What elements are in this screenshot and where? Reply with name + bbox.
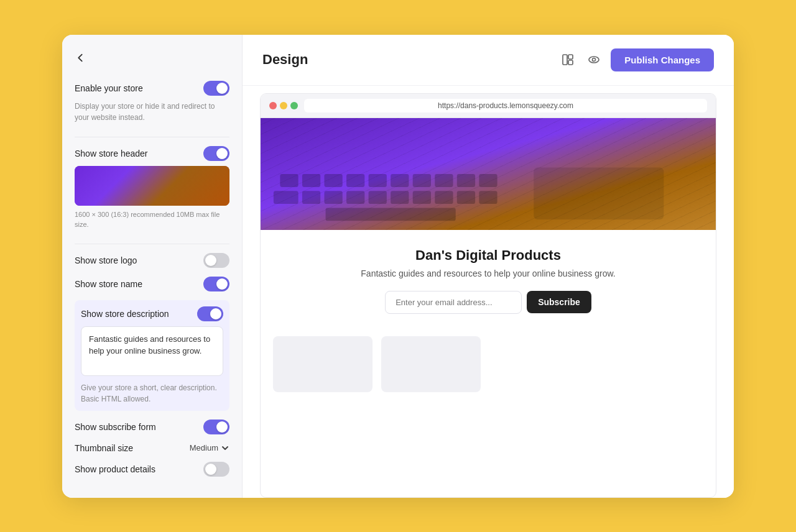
show-name-label: Show store name (75, 279, 142, 289)
divider-1 (75, 137, 229, 137)
browser-frame: https://dans-products.lemonsqueezy.com (260, 93, 716, 498)
svg-rect-2 (568, 60, 573, 65)
svg-rect-11 (391, 174, 409, 187)
show-subscribe-thumb (216, 421, 228, 433)
back-icon (75, 52, 86, 63)
svg-rect-0 (563, 55, 567, 65)
svg-rect-21 (391, 191, 409, 204)
svg-rect-17 (302, 191, 320, 204)
subscribe-input[interactable] (385, 291, 522, 314)
show-product-details-toggle[interactable] (203, 462, 229, 477)
divider-2 (75, 244, 229, 244)
svg-rect-12 (413, 174, 431, 187)
show-logo-track (203, 253, 229, 268)
enable-store-track (203, 81, 229, 96)
show-logo-toggle[interactable] (203, 253, 229, 268)
dot-yellow (280, 102, 287, 109)
product-card-1 (273, 336, 373, 392)
product-card-2 (381, 336, 481, 392)
browser-bar: https://dans-products.lemonsqueezy.com (261, 94, 716, 118)
eye-icon-btn[interactable] (585, 50, 603, 69)
svg-point-4 (593, 58, 596, 62)
show-description-toggle[interactable] (197, 306, 223, 321)
show-product-details-section: Show product details (75, 462, 229, 477)
store-info-section: Dan's Digital Products Fantastic guides … (261, 230, 716, 336)
svg-rect-6 (280, 174, 298, 187)
publish-button[interactable]: Publish Changes (611, 48, 714, 71)
svg-rect-10 (369, 174, 387, 187)
svg-rect-7 (302, 174, 320, 187)
show-product-details-thumb (205, 464, 216, 475)
show-logo-thumb (205, 255, 216, 266)
show-header-toggle[interactable] (203, 146, 229, 161)
svg-rect-15 (479, 174, 497, 187)
header-image-preview[interactable] (75, 166, 229, 206)
show-subscribe-section: Show subscribe form (75, 420, 229, 434)
show-header-row: Show store header (75, 146, 229, 161)
enable-store-toggle[interactable] (203, 81, 229, 96)
show-name-thumb (216, 278, 228, 290)
show-subscribe-row: Show subscribe form (75, 420, 229, 434)
svg-rect-26 (326, 208, 456, 221)
layout-icon-btn[interactable] (558, 50, 577, 69)
thumbnail-size-select[interactable]: Medium (190, 443, 229, 452)
show-logo-label: Show store logo (75, 255, 137, 265)
preview-actions: Publish Changes (558, 48, 714, 71)
eye-icon (587, 53, 601, 66)
description-hint: Give your store a short, clear descripti… (81, 382, 223, 405)
show-subscribe-toggle[interactable] (203, 420, 229, 434)
svg-rect-24 (457, 191, 475, 204)
preview-panel: Design Publish Changes (243, 35, 734, 498)
show-name-section: Show store name (75, 277, 229, 291)
svg-rect-20 (369, 191, 387, 204)
chevron-down-icon (221, 444, 229, 452)
show-description-row: Show store description (81, 306, 223, 321)
description-textarea[interactable]: Fantastic guides and resources to help y… (81, 326, 223, 376)
dot-green (290, 102, 298, 109)
keyboard-svg (261, 118, 716, 230)
enable-store-section: Enable your store Display your store or … (75, 81, 229, 123)
show-name-track (203, 277, 229, 291)
keyboard-overlay (75, 166, 229, 206)
enable-store-row: Enable your store (75, 81, 229, 96)
layout-icon (561, 53, 575, 66)
svg-rect-5 (261, 118, 716, 230)
dot-red (269, 102, 277, 109)
back-button[interactable] (75, 52, 229, 63)
store-preview-content: Dan's Digital Products Fantastic guides … (261, 118, 716, 405)
subscribe-button[interactable]: Subscribe (527, 291, 591, 313)
svg-rect-13 (435, 174, 453, 187)
show-subscribe-label: Show subscribe form (75, 422, 156, 432)
svg-rect-27 (534, 167, 664, 219)
store-desc: Fantastic guides and resources to help y… (273, 268, 703, 278)
store-name: Dan's Digital Products (273, 247, 703, 264)
show-logo-row: Show store logo (75, 253, 229, 268)
show-product-details-track (203, 462, 229, 477)
show-subscribe-track (203, 420, 229, 434)
show-description-thumb (210, 308, 221, 319)
thumbnail-size-label: Thumbnail size (75, 443, 133, 453)
svg-rect-1 (568, 55, 573, 59)
sidebar: Enable your store Display your store or … (62, 35, 243, 498)
svg-rect-19 (346, 191, 364, 204)
show-name-toggle[interactable] (203, 277, 229, 291)
show-description-label: Show store description (81, 309, 169, 319)
app-window: Enable your store Display your store or … (62, 35, 734, 498)
preview-header: Design Publish Changes (243, 35, 734, 86)
show-product-details-label: Show product details (75, 464, 155, 474)
product-grid-preview (261, 336, 716, 405)
svg-rect-23 (435, 191, 453, 204)
show-product-details-row: Show product details (75, 462, 229, 477)
subscribe-form: Subscribe (273, 291, 703, 314)
store-hero-image (261, 118, 716, 230)
browser-url: https://dans-products.lemonsqueezy.com (304, 99, 707, 112)
show-header-section: Show store header 1600 × 300 (16:3) reco… (75, 146, 229, 230)
show-header-track (203, 146, 229, 161)
svg-point-3 (589, 57, 599, 63)
show-description-section: Show store description Fantastic guides … (75, 300, 229, 411)
thumbnail-size-value: Medium (190, 443, 218, 452)
svg-rect-16 (274, 191, 298, 204)
header-img-hint: 1600 × 300 (16:3) recommended 10MB max f… (75, 209, 229, 230)
show-logo-section: Show store logo (75, 253, 229, 268)
thumbnail-size-section: Thumbnail size Medium (75, 443, 229, 453)
